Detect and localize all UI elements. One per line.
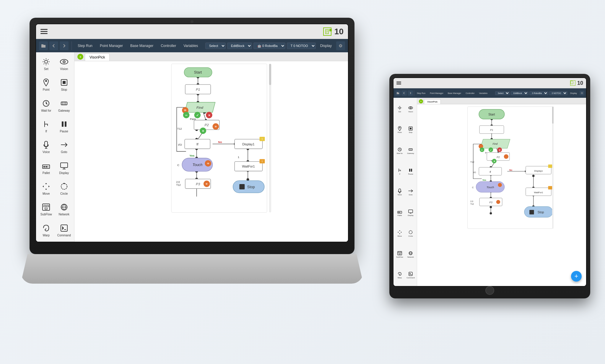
tablet-toolbar-back-icon[interactable] [401,90,407,96]
sidebar-item-pause[interactable]: Pause [56,116,73,136]
visonpick-tab[interactable]: VisonPick [85,53,110,61]
tablet-display2-label: Display [408,214,414,216]
tablet-tool-select[interactable]: 0 NOTOO [549,91,567,95]
svg-text:If: If [196,142,199,146]
variables-button[interactable]: Variables [180,43,201,49]
tablet-sidebar-command[interactable]: Command [405,265,416,285]
tablet-sidebar-pallet[interactable]: Pallet [394,202,405,223]
tablet-sidebar-goto[interactable]: Goto [405,182,416,202]
svg-rect-34 [45,208,47,209]
laptop-flow-canvas[interactable]: Start P1 Find 👁 [74,61,348,242]
svg-marker-41 [197,101,199,103]
basemanager-button[interactable]: Base Manager [127,43,156,49]
toolbar-forward-icon[interactable] [60,41,69,50]
tablet-sidebar-if[interactable]: If [394,161,405,181]
settings-icon[interactable] [336,41,345,50]
sidebar-item-move[interactable]: Move [38,178,55,199]
tablet-sidebar-pause[interactable]: Pause [405,161,416,181]
tablet-top-bar-right: 10 [570,80,583,86]
sidebar-item-if[interactable]: If [38,116,55,136]
tablet-flow-canvas[interactable]: Start P1 Find [417,104,586,286]
svg-text:👁: 👁 [207,162,209,165]
sidebar-item-point[interactable]: Point [38,74,55,95]
tablet-screen-bezel: 10 St [393,77,587,287]
svg-rect-119 [239,184,245,189]
tablet-circle-label: Circle [408,235,413,237]
tablet-display-icon [408,209,413,214]
sidebar-item-warp[interactable]: Warp [38,220,55,240]
tablet-sidebar-move[interactable]: Move [394,223,405,243]
tablet-select-dropdown[interactable]: Select [495,91,510,95]
robot-select[interactable]: 🤖 0 RobotBa [253,43,285,49]
controller-button[interactable]: Controller [158,43,179,49]
svg-text:Display1: Display1 [534,170,543,172]
display-button[interactable]: Display [317,43,335,49]
svg-rect-37 [61,225,67,231]
sidebar-item-subflow[interactable]: SubFlow [38,199,55,219]
sidebar-item-network[interactable]: Network [56,199,73,219]
tablet-pointmgr-btn[interactable]: Point Manager [428,92,445,95]
sidebar-item-set[interactable]: Set [38,54,55,74]
tablet-display-btn[interactable]: Display [568,92,579,95]
tablet-toolbar-fwd-icon[interactable] [408,90,413,96]
sidebar-item-command[interactable]: Command [56,220,73,240]
tablet-gateway-label: Gateway [407,152,414,154]
tablet-home-button[interactable] [485,286,494,295]
tablet-sidebar-stop[interactable]: Stop [405,119,416,140]
tablet-move-label: Move [398,235,402,237]
sidebar-item-vision[interactable]: Vision [56,54,73,74]
tablet-sidebar-set[interactable]: Set [394,99,405,119]
laptop-top-bar-right: 10 [323,27,344,36]
tablet-sidebar-voice[interactable]: Voice [394,182,405,202]
tablet-sidebar-display[interactable]: Display [405,202,416,223]
toolbar-back-icon[interactable] [49,41,58,50]
svg-rect-142 [409,210,413,213]
tablet-steprun-btn[interactable]: Step Run [415,92,427,95]
pointmanager-button[interactable]: Point Manager [97,43,126,49]
tablet-settings-icon[interactable] [580,91,584,95]
tablet-sidebar-gateway[interactable]: Gateway [405,140,416,160]
tablet-sidebar-waitfor[interactable]: Wait for [394,140,405,160]
tablet-basemgr-btn[interactable]: Base Manager [446,92,463,95]
tablet-visonpick-tab[interactable]: VisonPick [424,99,441,104]
toolbar-folder-icon[interactable] [39,41,48,50]
tablet-toolbar-folder-icon[interactable] [395,90,401,96]
sidebar-item-voice[interactable]: Voice [38,137,55,157]
tablet-sidebar-vision[interactable]: Vision [405,99,416,119]
tablet-hamburger-icon[interactable] [396,82,401,84]
sidebar-item-waitfor[interactable]: Wait for [38,95,55,116]
tablet-sidebar-subflow[interactable]: SubFlow [394,244,405,264]
tablet-robot-select[interactable]: 0 RobotBa [529,91,548,95]
tablet-add-tab-btn[interactable]: + [419,99,423,103]
sidebar-item-display[interactable]: Display [56,158,73,178]
tool-select[interactable]: T 0 NOTOO [287,43,316,49]
svg-rect-11 [63,81,66,84]
gateway-icon [59,99,69,108]
select-dropdown[interactable]: Select [205,43,226,49]
tablet-plus-button[interactable]: + [571,271,582,282]
svg-point-58 [197,93,199,95]
steprun-button[interactable]: Step Run [75,43,95,49]
sidebar-item-gateway[interactable]: Gateway [56,95,73,116]
vision-icon [59,57,69,66]
tablet-editblock-dropdown[interactable]: EditBlock [511,91,528,95]
sidebar-item-circle[interactable]: Circle [56,178,73,199]
sidebar-item-goto[interactable]: Goto [56,137,73,157]
svg-rect-99 [182,158,212,171]
hamburger-icon[interactable] [40,29,48,34]
svg-text:P1: P1 [490,129,493,131]
tablet-sidebar-point[interactable]: Point [394,119,405,140]
sidebar-item-pallet[interactable]: Pallet [38,158,55,178]
tablet-vars-btn[interactable]: Variables [477,92,489,95]
svg-text:P2: P2 [497,156,500,159]
editblock-dropdown[interactable]: EditBlock [227,43,252,49]
tablet-sidebar-warp[interactable]: Warp [394,265,405,285]
tablet-ctrl-btn[interactable]: Controller [464,92,476,95]
subflow-label: SubFlow [40,213,52,216]
tablet-sidebar-circle[interactable]: Circle [405,223,416,243]
tablet-sidebar-network[interactable]: Network [405,244,416,264]
svg-point-185 [532,175,535,177]
sidebar-item-stop[interactable]: Stop [56,74,73,95]
svg-text:Display1: Display1 [242,142,254,146]
add-tab-button[interactable]: + [77,54,83,60]
